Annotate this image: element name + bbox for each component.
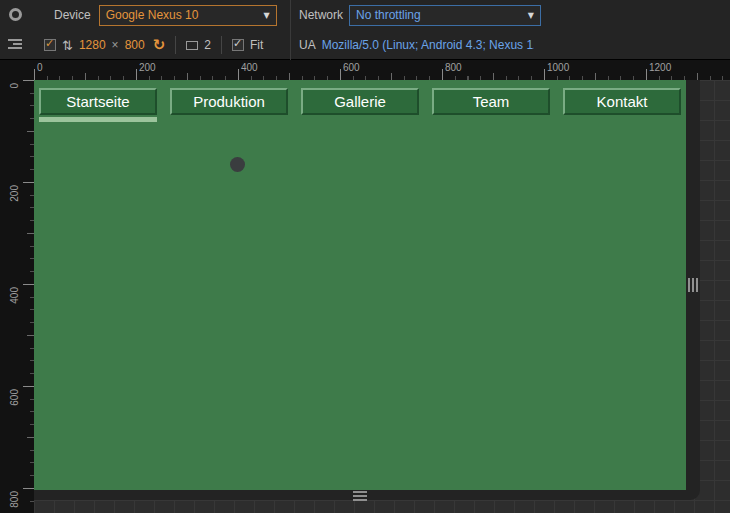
fit-checkbox[interactable]: ✓ [232,39,244,51]
touch-cursor-dot [230,157,245,172]
horizontal-ruler: 0 200 400 600 800 1000 1200 [34,60,730,80]
network-select[interactable]: No throttling ▼ [349,5,541,26]
ruler-tick-label: 400 [9,287,20,304]
chevron-down-icon: ▼ [264,11,270,20]
device-select[interactable]: Google Nexus 10 ▼ [99,5,277,26]
nav-item-startseite: Startseite [39,88,157,122]
chevron-down-icon: ▼ [528,11,534,20]
devtools-device-mode: Device Google Nexus 10 ▼ ✓ ⇅ 1280 × 800 … [0,0,730,513]
divider [175,36,176,54]
ruler-tick-label: 0 [37,62,43,73]
device-select-value: Google Nexus 10 [106,8,199,22]
vertical-ruler: 0 200 400 600 800 [0,80,34,513]
ruler-tick-label: 600 [9,389,20,406]
device-frame: Startseite Produktion Gallerie Team [34,80,700,500]
width-field[interactable]: 1280 [79,38,106,52]
swap-dimensions-icon[interactable]: ⇅ [62,38,73,53]
checkmark-icon: ✓ [233,37,242,50]
ua-field[interactable]: Mozilla/5.0 (Linux; Android 4.3; Nexus 1… [322,38,534,52]
checkmark-icon: ✓ [45,37,54,50]
viewport-background: Startseite Produktion Gallerie Team [34,80,730,513]
network-section: Network No throttling ▼ UA Mozilla/5.0 (… [290,0,730,60]
page-navbar: Startseite Produktion Gallerie Team [34,80,686,122]
ruler-tick-label: 800 [445,62,462,73]
device-pixel-ratio-icon [186,41,198,50]
divider [221,36,222,54]
emulated-page: Startseite Produktion Gallerie Team [34,80,686,490]
nav-button-startseite[interactable]: Startseite [39,88,157,115]
viewport-resize-handle-bottom[interactable] [353,491,367,501]
height-field[interactable]: 800 [125,38,145,52]
device-section: Device Google Nexus 10 ▼ ✓ ⇅ 1280 × 800 … [34,0,290,60]
emulate-resolution-checkbox[interactable]: ✓ [44,39,56,51]
viewport-resize-handle-right[interactable] [688,278,698,292]
reset-dimensions-icon[interactable]: ↻ [153,36,166,54]
ruler-tick-label: 400 [241,62,258,73]
nav-item-team: Team [432,88,550,122]
ruler-tick-label: 800 [9,491,20,508]
nav-item-gallerie: Gallerie [301,88,419,122]
toolbar-left-column [0,0,34,60]
ruler-tick-label: 200 [9,185,20,202]
ruler-tick-label: 1200 [649,62,671,73]
nav-button-gallerie[interactable]: Gallerie [301,88,419,115]
device-toolbar: Device Google Nexus 10 ▼ ✓ ⇅ 1280 × 800 … [0,0,730,60]
ruler-tick-label: 600 [343,62,360,73]
device-label: Device [54,8,91,22]
network-conditions-icon[interactable] [8,39,22,51]
ruler-tick-label: 0 [9,83,20,89]
network-select-value: No throttling [356,8,421,22]
nav-button-produktion[interactable]: Produktion [170,88,288,115]
nav-item-produktion: Produktion [170,88,288,122]
active-tab-indicator [39,117,157,122]
toolbar-main: Device Google Nexus 10 ▼ ✓ ⇅ 1280 × 800 … [34,0,730,60]
nav-button-team[interactable]: Team [432,88,550,115]
nav-button-kontakt[interactable]: Kontakt [563,88,681,115]
fit-label: Fit [250,38,263,52]
dimension-separator: × [112,38,119,52]
ruler-tick-label: 200 [139,62,156,73]
record-circle-icon[interactable] [9,8,22,21]
ua-label: UA [299,38,316,52]
ruler-tick-label: 1000 [547,62,569,73]
nav-item-kontakt: Kontakt [563,88,681,122]
ruler-corner [0,60,34,80]
network-label: Network [299,8,343,22]
dpr-value[interactable]: 2 [204,38,211,52]
